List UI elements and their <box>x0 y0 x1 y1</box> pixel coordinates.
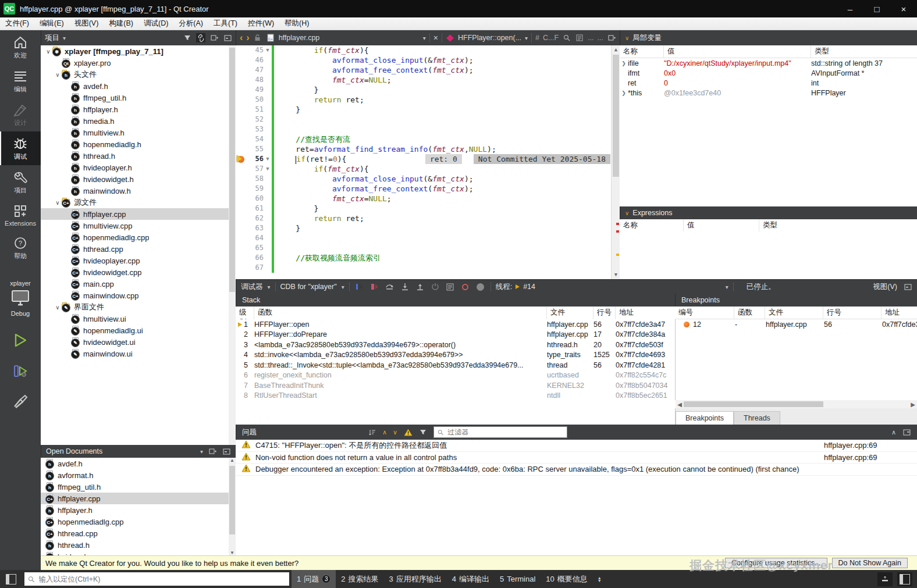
code-line[interactable]: 48 fmt_ctx=NULL; <box>236 75 620 85</box>
menu-6[interactable]: 分析(A) <box>173 17 208 30</box>
output-pane-10[interactable]: 10概要信息 <box>541 570 592 588</box>
split-editor-icon[interactable] <box>607 33 616 42</box>
breakpoint-row[interactable]: 12-hffplayer.cpp560x7ff7cfde3a47 <box>676 319 917 330</box>
tree-item[interactable]: ✎hmultiview.ui <box>41 313 236 325</box>
mode-item-调试[interactable]: 调试 <box>0 131 41 165</box>
tree-item[interactable]: ✎hopenmediadlg.ui <box>41 325 236 336</box>
code-line[interactable]: 52 <box>236 115 620 124</box>
filter-icon[interactable] <box>183 33 192 42</box>
open-document-item[interactable]: C+hffplayer.cpp <box>41 493 236 504</box>
code-line[interactable]: 55 ret=avformat_find_stream_info(fmt_ctx… <box>236 144 620 154</box>
tree-item[interactable]: hhffplayer.h <box>41 104 236 115</box>
mode-item-帮助[interactable]: ?帮助 <box>0 231 41 265</box>
annotation-icon[interactable] <box>562 33 571 42</box>
open-document-item[interactable]: havformat.h <box>41 469 236 481</box>
chevron-down-icon[interactable]: ∨ <box>625 210 629 216</box>
tab-breakpoints[interactable]: Breakpoints <box>676 411 734 425</box>
code-line[interactable]: 49 } <box>236 85 620 95</box>
bp-col-function[interactable]: 函数 <box>734 307 765 319</box>
issues-doc-button[interactable]: # <box>535 34 539 42</box>
overflow-menu2-icon[interactable]: ... <box>598 34 603 42</box>
code-line[interactable]: 65 <box>236 243 620 253</box>
bp-col-address[interactable]: 地址 <box>882 307 917 319</box>
expressions-table[interactable] <box>620 231 917 279</box>
code-line[interactable]: 57▼ if(fmt_ctx){ <box>236 164 620 174</box>
debugger-menu[interactable]: 调试器 <box>241 282 263 292</box>
menu-2[interactable]: 编辑(E) <box>34 17 69 30</box>
bp-col-line[interactable]: 行号 <box>823 307 882 319</box>
local-variable-row[interactable]: ifmt0x0AVInputFormat * <box>620 68 917 78</box>
local-variable-row[interactable]: ❯*this@0x1fee3cd7e40HFFPlayer <box>620 88 917 98</box>
code-line[interactable]: 47 avformat_free_context(fmt_ctx); <box>236 65 620 75</box>
split-icon[interactable] <box>209 33 219 42</box>
bp-col-file[interactable]: 文件 <box>765 307 823 319</box>
issue-row[interactable]: Non-void function does not return a valu… <box>236 452 917 464</box>
editor-scrollbar[interactable]: ▲ ▼ <box>611 45 620 279</box>
chevron-down-icon[interactable]: ▾ <box>342 284 344 290</box>
breakpoint-gutter[interactable] <box>236 194 247 204</box>
run-button[interactable] <box>13 332 28 351</box>
build-button[interactable] <box>12 394 29 411</box>
open-document-item[interactable]: C+hopenmediadlg.cpp <box>41 516 236 528</box>
scroll-up-icon[interactable]: ▲ <box>612 45 620 54</box>
close-button[interactable]: × <box>890 0 917 17</box>
step-into-icon[interactable] <box>400 281 410 292</box>
breakpoint-gutter[interactable] <box>236 95 247 105</box>
menu-4[interactable]: 构建(B) <box>104 17 138 30</box>
breakpoint-gutter[interactable] <box>236 263 247 273</box>
project-tree-scrollbar[interactable] <box>229 45 236 445</box>
breakpoint-gutter[interactable] <box>236 243 247 253</box>
breakpoint-gutter[interactable] <box>236 55 247 65</box>
issue-row[interactable]: C4715: "HFFPlayer::open": 不是所有的控件路径都返回值h… <box>236 440 917 452</box>
fold-marker-icon[interactable]: ▼ <box>264 45 272 55</box>
tree-item[interactable]: ∨✱xplayer [ffmpeg_play_7_11] <box>41 45 236 57</box>
code-line[interactable]: 58 avformat_close_input(&fmt_ctx); <box>236 174 620 184</box>
stack-frame-row[interactable]: 6register_onexit_functionucrtbased0x7ff8… <box>236 370 675 381</box>
split-icon[interactable] <box>208 447 217 456</box>
tree-item[interactable]: Qtxplayer.pro <box>41 57 236 69</box>
chevron-down-icon[interactable]: ▾ <box>63 35 66 41</box>
expressions-col-value[interactable]: 值 <box>684 219 759 231</box>
bp-col-number[interactable]: 编号 <box>675 307 734 319</box>
tree-item[interactable]: ∨h头文件 <box>41 69 236 80</box>
restart-icon[interactable] <box>430 281 440 292</box>
sort-icon[interactable] <box>367 427 376 437</box>
code-line[interactable]: 59 avformat_free_context(fmt_ctx); <box>236 184 620 194</box>
stack-frame-row[interactable]: 8RtlUserThreadStartntdll0x7ff8b5ec2651 <box>236 391 675 401</box>
expander-icon[interactable]: ∨ <box>54 72 62 78</box>
code-line[interactable]: 60 fmt_ctx=NULL; <box>236 194 620 204</box>
open-documents-scrollbar[interactable]: ▲ ▼ <box>229 458 236 555</box>
tree-item[interactable]: C+mainwindow.cpp <box>41 290 236 301</box>
menu-1[interactable]: 文件(F) <box>0 17 34 30</box>
open-document-item[interactable]: C+hvideoplayer.cpp <box>41 551 236 555</box>
record-icon[interactable] <box>460 281 471 292</box>
breakpoint-gutter[interactable] <box>236 45 247 55</box>
open-document-item[interactable]: hffmpeg_util.h <box>41 481 236 493</box>
outline-icon[interactable] <box>575 33 584 42</box>
breakpoint-gutter[interactable] <box>236 144 247 154</box>
breakpoint-gutter[interactable] <box>236 105 247 115</box>
toggle-left-sidebar-icon[interactable] <box>6 574 16 585</box>
continue-icon[interactable] <box>354 281 365 292</box>
mode-item-欢迎[interactable]: 欢迎 <box>0 30 41 64</box>
breakpoint-gutter[interactable] <box>236 233 247 243</box>
stack-frame-row[interactable]: 5std::thread::_Invoke<std::tuple<<lambda… <box>236 360 675 370</box>
breakpoint-gutter[interactable] <box>236 223 247 233</box>
breakpoint-gutter[interactable] <box>236 174 247 184</box>
minimize-button[interactable]: – <box>837 0 863 17</box>
code-line[interactable]: 67 <box>236 263 620 273</box>
mode-item-编辑[interactable]: 编辑 <box>0 64 41 98</box>
current-symbol[interactable]: HFFPlayer::open(... <box>458 34 521 42</box>
breakpoint-gutter[interactable] <box>236 134 247 144</box>
tree-item[interactable]: hhvideoplayer.h <box>41 162 236 173</box>
code-line[interactable]: 54 //查找是否有流 <box>236 134 620 144</box>
warning-filter-icon[interactable] <box>403 427 413 437</box>
fold-marker-icon[interactable]: ▼ <box>264 164 272 174</box>
output-pane-3[interactable]: 3应用程序输出 <box>383 570 446 588</box>
stack-frame-row[interactable]: 4std::invoke<<lambda_e73ac928580eb539d93… <box>236 350 675 361</box>
link-with-editor-icon[interactable] <box>196 33 205 42</box>
code-line[interactable]: 66 //获取视频流音频流索引 <box>236 253 620 263</box>
local-variable-row[interactable]: ret0int <box>620 78 917 88</box>
maximize-button[interactable]: □ <box>863 0 890 17</box>
collapse-panel-icon[interactable]: ∧ <box>891 429 896 436</box>
